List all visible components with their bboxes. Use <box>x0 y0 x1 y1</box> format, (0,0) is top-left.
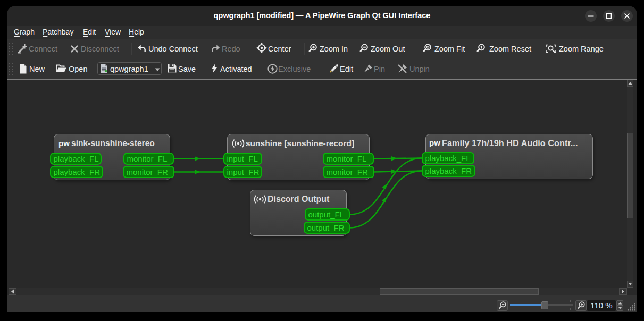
svg-text:pw: pw <box>58 139 70 148</box>
svg-text:pw: pw <box>429 139 440 147</box>
